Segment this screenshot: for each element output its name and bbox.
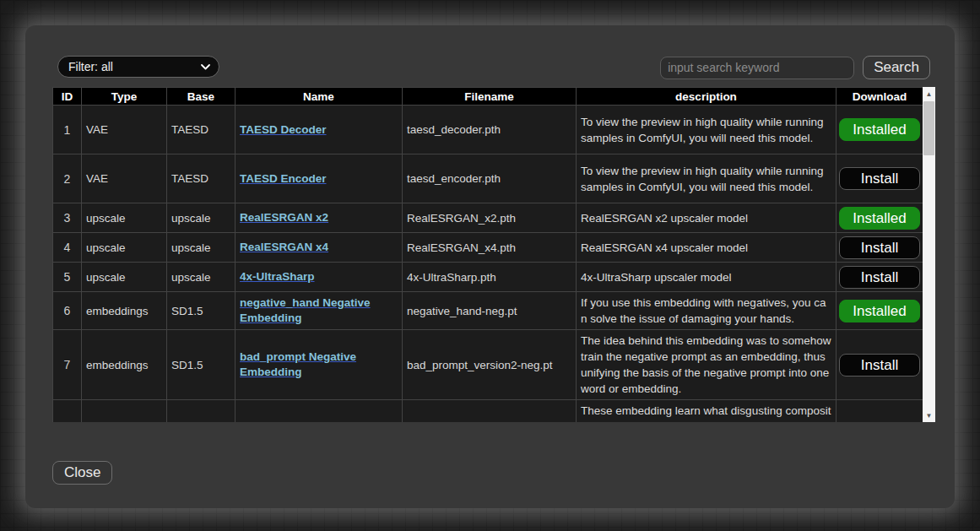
table-row: 6embeddingsSD1.5negative_hand Negative E… (53, 292, 923, 330)
cell-type: VAE (82, 154, 167, 203)
cell-name: 4x-UltraSharp (236, 263, 403, 292)
scrollbar-thumb[interactable] (923, 101, 934, 155)
cell-download: Installed (837, 106, 923, 154)
install-button[interactable]: Install (839, 236, 920, 259)
cell-type: upscale (82, 263, 167, 292)
column-header-type: Type (82, 88, 167, 106)
cell-filename: RealESRGAN_x2.pth (403, 203, 577, 233)
close-button[interactable]: Close (52, 461, 112, 485)
cell-base: SD1.5 (167, 330, 236, 400)
cell-type: upscale (82, 233, 167, 263)
column-header-description: description (577, 88, 837, 106)
filter-select[interactable]: Filter: all (57, 56, 219, 78)
column-header-id: ID (53, 88, 82, 106)
cell-description: These embedding learn what disgusting co… (577, 400, 837, 423)
column-header-filename: Filename (403, 88, 577, 106)
table-row: 2VAETAESDTAESD Encodertaesd_encoder.pthT… (53, 154, 923, 203)
cell-download: Install (837, 233, 923, 263)
search-input[interactable] (660, 57, 854, 79)
cell-description: To view the preview in high quality whil… (577, 154, 837, 203)
cell-type: upscale (82, 203, 167, 233)
install-button[interactable]: Install (839, 167, 920, 190)
model-link[interactable]: bad_prompt Negative Embedding (240, 349, 398, 380)
installed-button[interactable]: Installed (839, 207, 920, 230)
model-table-wrap: IDTypeBaseNameFilenamedescriptionDownloa… (52, 87, 935, 422)
model-table: IDTypeBaseNameFilenamedescriptionDownloa… (52, 87, 923, 422)
cell-id (53, 400, 82, 423)
table-row: 1VAETAESDTAESD Decodertaesd_decoder.pthT… (53, 106, 923, 154)
table-row: 5upscaleupscale4x-UltraSharp4x-UltraShar… (53, 263, 923, 292)
cell-base: upscale (167, 233, 236, 263)
chevron-down-icon (201, 64, 210, 70)
cell-base (167, 400, 236, 423)
cell-description: 4x-UltraSharp upscaler model (577, 263, 837, 292)
cell-filename: RealESRGAN_x4.pth (403, 233, 577, 263)
cell-id: 3 (53, 203, 82, 233)
cell-download: Installed (837, 292, 923, 330)
model-link[interactable]: RealESRGAN x4 (240, 240, 328, 255)
table-row: 3upscaleupscaleRealESRGAN x2RealESRGAN_x… (53, 203, 923, 233)
cell-base: TAESD (167, 106, 236, 154)
cell-download: Install (837, 263, 923, 292)
table-row: 4upscaleupscaleRealESRGAN x4RealESRGAN_x… (53, 233, 923, 263)
table-scrollbar[interactable]: ▲ ▼ (923, 87, 935, 422)
cell-filename: taesd_encoder.pth (403, 154, 577, 203)
cell-filename: negative_hand-neg.pt (403, 292, 577, 330)
cell-description: If you use this embedding with negatives… (577, 292, 837, 330)
cell-description: To view the preview in high quality whil… (577, 106, 837, 154)
search-group: Search (660, 56, 930, 79)
column-header-name: Name (236, 88, 403, 106)
cell-id: 7 (53, 330, 82, 400)
model-link[interactable]: RealESRGAN x2 (240, 210, 328, 225)
cell-filename: bad_prompt_version2-neg.pt (403, 330, 577, 400)
table-header-row: IDTypeBaseNameFilenamedescriptionDownloa… (53, 88, 923, 106)
cell-name: RealESRGAN x2 (236, 203, 403, 233)
installed-button[interactable]: Installed (839, 300, 920, 322)
cell-base: TAESD (167, 154, 236, 203)
cell-base: SD1.5 (167, 292, 236, 330)
column-header-base: Base (167, 88, 236, 106)
model-link[interactable]: 4x-UltraSharp (240, 269, 315, 284)
cell-download: Install (837, 154, 923, 203)
comfyui-canvas: Filter: all Search IDTypeBaseNameFilenam… (0, 0, 980, 531)
scroll-up-icon[interactable]: ▲ (923, 87, 935, 100)
install-button[interactable]: Install (839, 266, 920, 289)
cell-name: RealESRGAN x4 (236, 233, 403, 263)
cell-id: 6 (53, 292, 82, 330)
search-button[interactable]: Search (863, 56, 930, 79)
cell-download: Install (837, 330, 923, 400)
cell-type: embeddings (82, 330, 167, 400)
cell-description: The idea behind this embedding was to so… (577, 330, 837, 400)
cell-download: Installed (837, 203, 923, 233)
installed-button[interactable]: Installed (839, 118, 920, 141)
cell-type: embeddings (82, 292, 167, 330)
scroll-down-icon[interactable]: ▼ (923, 409, 935, 422)
cell-base: upscale (167, 263, 236, 292)
table-row: 7embeddingsSD1.5bad_prompt Negative Embe… (53, 330, 923, 400)
cell-name: TAESD Encoder (236, 154, 403, 203)
cell-download (837, 400, 923, 423)
dialog-toolbar: Filter: all Search (57, 56, 930, 79)
cell-name: TAESD Decoder (236, 106, 403, 154)
model-link[interactable]: negative_hand Negative Embedding (240, 295, 398, 326)
cell-filename: taesd_decoder.pth (403, 106, 577, 154)
model-link[interactable]: TAESD Decoder (240, 122, 327, 138)
column-header-download: Download (837, 88, 923, 106)
cell-name (236, 400, 403, 423)
cell-name: negative_hand Negative Embedding (236, 292, 403, 330)
cell-type (82, 400, 167, 423)
cell-description: RealESRGAN x2 upscaler model (577, 203, 837, 233)
cell-id: 1 (53, 106, 82, 154)
cell-filename: 4x-UltraSharp.pth (403, 263, 577, 292)
install-models-dialog: Filter: all Search IDTypeBaseNameFilenam… (25, 25, 955, 508)
cell-description: RealESRGAN x4 upscaler model (577, 233, 837, 263)
model-link[interactable]: TAESD Encoder (240, 171, 327, 187)
cell-id: 4 (53, 233, 82, 263)
cell-id: 5 (53, 263, 82, 292)
filter-select-value: Filter: all (68, 60, 113, 73)
cell-name: bad_prompt Negative Embedding (236, 330, 403, 400)
cell-base: upscale (167, 203, 236, 233)
install-button[interactable]: Install (839, 354, 920, 377)
cell-filename (403, 400, 577, 423)
cell-type: VAE (82, 106, 167, 154)
